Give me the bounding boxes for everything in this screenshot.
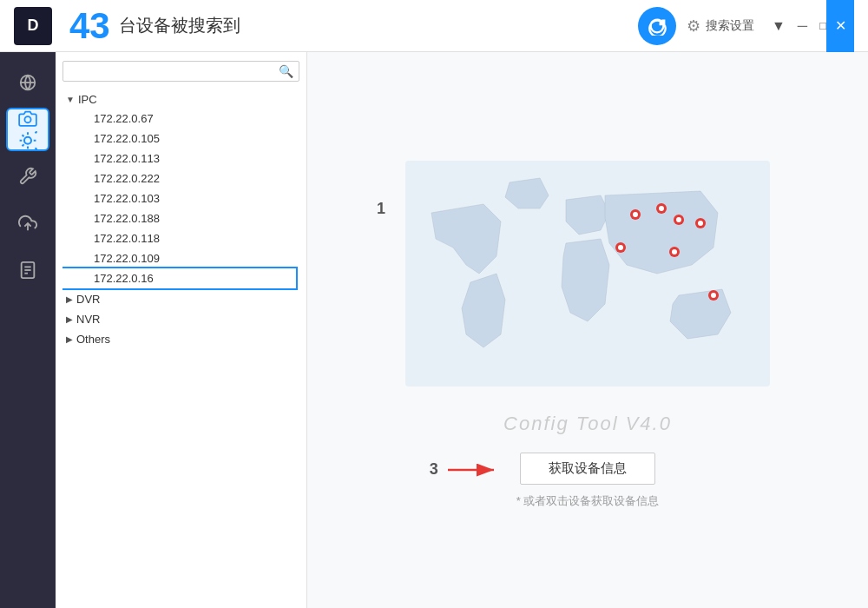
camera-icon [18, 109, 37, 129]
titlebar: D 43 台设备被搜索到 ⚙ 搜索设置 ▼ ─ □ ✕ [0, 0, 868, 52]
config-tool-watermark: Config Tool V4.0 [503, 413, 672, 435]
map-pin-4 [695, 218, 706, 228]
svg-point-23 [711, 293, 716, 298]
sidebar-item-document[interactable] [6, 248, 49, 292]
svg-point-19 [618, 245, 623, 250]
tree-item[interactable]: 172.22.0.67 [62, 109, 299, 129]
ip-icon [18, 73, 37, 92]
others-arrow-icon: ▶ [66, 334, 73, 344]
tree-group-nvr: ▶ NVR [62, 310, 299, 328]
nvr-arrow-icon: ▶ [66, 314, 73, 324]
others-label: Others [76, 333, 110, 346]
map-pin-2 [656, 203, 667, 214]
svg-point-2 [24, 116, 30, 122]
nvr-label: NVR [76, 313, 100, 326]
tree-group-ipc: ▼ IPC 172.22.0.67 172.22.0.105 172.22.0.… [62, 90, 299, 288]
action-section: 3 获取设备信息 * 或者双击设备获取设备信息 [516, 453, 660, 509]
get-device-info-button[interactable]: 获取设备信息 [520, 453, 655, 485]
app-logo: D [14, 7, 52, 45]
ipc-label: IPC [78, 93, 97, 106]
ipc-arrow-icon: ▼ [66, 95, 75, 104]
main-layout: 🔍 ▼ IPC 172.22.0.67 172.22.0.105 172.22.… [0, 52, 868, 608]
search-icon[interactable]: 🔍 [279, 64, 293, 78]
tree-item[interactable]: 172.22.0.113 [62, 149, 299, 169]
svg-point-13 [659, 206, 664, 211]
map-pin-3 [674, 215, 684, 225]
step-3-label: 3 [430, 460, 438, 479]
tree-item-selected[interactable]: 172.22.0.16 [62, 268, 296, 288]
sidebar-item-tool[interactable] [6, 155, 49, 198]
tree-group-others: ▶ Others [62, 330, 299, 348]
map-svg [405, 152, 770, 395]
tree-item[interactable]: 172.22.0.103 [62, 188, 299, 208]
close-button[interactable]: ✕ [826, 0, 854, 52]
device-tree: ▼ IPC 172.22.0.67 172.22.0.105 172.22.0.… [62, 90, 299, 599]
dvr-label: DVR [76, 293, 100, 306]
tree-group-ipc-header[interactable]: ▼ IPC [62, 90, 299, 109]
world-map [405, 152, 770, 395]
map-pin-6 [669, 247, 680, 257]
right-panel: 1 2 [307, 52, 868, 608]
search-input[interactable] [69, 65, 279, 78]
sidebar-item-upload[interactable] [6, 202, 49, 245]
dvr-arrow-icon: ▶ [66, 294, 73, 304]
sidebar [0, 52, 56, 608]
tree-item[interactable]: 172.22.0.105 [62, 129, 299, 149]
search-bar[interactable]: 🔍 [62, 61, 299, 82]
hint-text: * 或者双击设备获取设备信息 [516, 493, 660, 509]
settings-icon: ⚙ [687, 17, 700, 36]
settings-small-icon [18, 131, 37, 150]
svg-point-11 [633, 212, 638, 217]
step-3-arrow [444, 458, 504, 482]
map-pin-5 [615, 242, 626, 253]
upload-icon [18, 214, 37, 233]
tree-group-others-header[interactable]: ▶ Others [62, 330, 299, 348]
tree-group-nvr-header[interactable]: ▶ NVR [62, 310, 299, 328]
tree-item[interactable]: 172.22.0.118 [62, 228, 299, 248]
search-settings-button[interactable]: ⚙ 搜索设置 [687, 17, 754, 36]
tree-item[interactable]: 172.22.0.109 [62, 248, 299, 268]
tree-group-dvr: ▶ DVR [62, 290, 299, 308]
tree-item[interactable]: 172.22.0.222 [62, 169, 299, 188]
svg-point-17 [698, 221, 703, 226]
map-pin-1 [630, 209, 641, 220]
tree-item[interactable]: 172.22.0.188 [62, 208, 299, 228]
step-1-label: 1 [377, 200, 385, 218]
device-count: 43 [69, 8, 110, 44]
titlebar-title: 台设备被搜索到 [119, 14, 240, 37]
minimize-button[interactable]: ─ [798, 18, 807, 34]
sidebar-item-ip[interactable] [6, 61, 49, 104]
document-icon [18, 261, 37, 280]
tool-icon [18, 167, 37, 186]
refresh-button[interactable] [638, 7, 676, 45]
restore-button[interactable]: □ [819, 19, 826, 32]
step-3-indicator: 3 [430, 458, 504, 482]
svg-point-3 [24, 136, 31, 143]
wifi-icon[interactable]: ▼ [772, 18, 786, 34]
tree-group-dvr-header[interactable]: ▶ DVR [62, 290, 299, 308]
svg-point-21 [672, 249, 677, 254]
left-panel: 🔍 ▼ IPC 172.22.0.67 172.22.0.105 172.22.… [56, 52, 307, 608]
map-pin-7 [708, 290, 719, 301]
window-controls: ▼ ─ □ [772, 18, 826, 34]
sidebar-item-camera[interactable] [6, 108, 49, 151]
svg-point-15 [676, 217, 681, 222]
